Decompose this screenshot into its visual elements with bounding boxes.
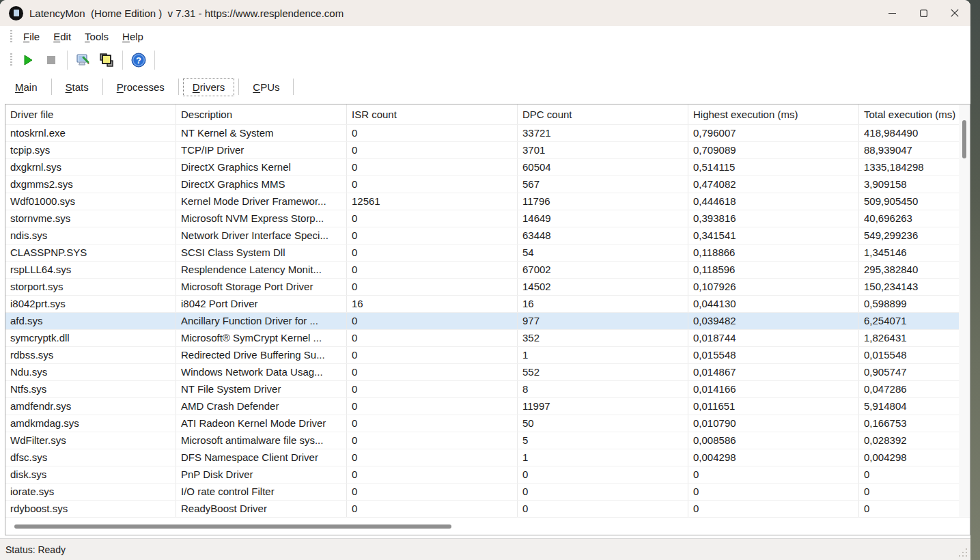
table-cell: 150,234143 bbox=[859, 279, 970, 295]
menu-edit[interactable]: Edit bbox=[46, 29, 78, 44]
stop-icon bbox=[46, 55, 57, 66]
table-cell: Microsoft® SymCrypt Kernel ... bbox=[176, 330, 347, 346]
table-row[interactable]: dxgkrnl.sysDirectX Graphics Kernel060504… bbox=[5, 159, 970, 176]
table-row[interactable]: Ndu.sysWindows Network Data Usag...05520… bbox=[5, 364, 970, 381]
table-cell: 0 bbox=[347, 484, 518, 500]
column-header-dpc-count[interactable]: DPC count bbox=[518, 104, 688, 124]
table-row[interactable]: iorate.sysI/O rate control Filter0000 bbox=[5, 484, 970, 501]
table-row[interactable]: rspLLL64.sysResplendence Latency Monit..… bbox=[5, 262, 970, 279]
table-cell: 0,014166 bbox=[688, 381, 859, 397]
table-row[interactable]: WdFilter.sysMicrosoft antimalware file s… bbox=[5, 432, 970, 449]
column-header-highest-execution-ms[interactable]: Highest execution (ms) bbox=[688, 104, 859, 124]
statusbar: Status: Ready bbox=[0, 538, 970, 560]
table-row[interactable]: rdyboost.sysReadyBoost Driver0000 bbox=[5, 501, 970, 518]
close-button[interactable] bbox=[939, 0, 970, 26]
table-cell: 0 bbox=[859, 501, 970, 517]
table-cell: 0 bbox=[347, 262, 518, 278]
vertical-scrollbar-thumb[interactable] bbox=[962, 120, 966, 158]
minimize-button[interactable] bbox=[876, 0, 908, 26]
tab-stats[interactable]: Stats bbox=[56, 78, 98, 96]
menubar-gripper[interactable] bbox=[10, 30, 12, 44]
window-title: LatencyMon (Home Edition ) v 7.31 - http… bbox=[29, 8, 344, 19]
table-row[interactable]: Ntfs.sysNT File System Driver080,0141660… bbox=[5, 381, 970, 398]
table-cell: 0,474082 bbox=[688, 176, 859, 193]
table-cell: 14502 bbox=[518, 279, 688, 295]
table-cell: 0,709089 bbox=[688, 142, 859, 158]
table-row[interactable]: storport.sysMicrosoft Storage Port Drive… bbox=[5, 279, 970, 296]
table-cell: 63448 bbox=[518, 227, 688, 244]
table-cell: 0 bbox=[347, 466, 518, 483]
table-row[interactable]: disk.sysPnP Disk Driver0000 bbox=[5, 466, 970, 484]
table-cell: 11997 bbox=[518, 398, 688, 415]
stop-monitor-button[interactable] bbox=[40, 50, 63, 70]
resize-grip-icon[interactable] bbox=[957, 547, 967, 557]
maximize-button[interactable] bbox=[908, 0, 939, 26]
table-row[interactable]: dxgmms2.sysDirectX Graphics MMS05670,474… bbox=[5, 176, 970, 193]
table-row[interactable]: dfsc.sysDFS Namespace Client Driver010,0… bbox=[5, 449, 970, 466]
menu-help[interactable]: Help bbox=[115, 29, 150, 44]
horizontal-scrollbar[interactable] bbox=[5, 518, 959, 535]
table-cell: 50 bbox=[518, 415, 688, 432]
svg-text:?: ? bbox=[136, 55, 141, 66]
table-row[interactable]: amdfendr.sysAMD Crash Defender0119970,01… bbox=[5, 398, 970, 415]
table-cell: afd.sys bbox=[5, 313, 176, 329]
table-cell: Ancillary Function Driver for ... bbox=[176, 313, 347, 329]
table-cell: 0,118866 bbox=[688, 244, 859, 261]
start-monitor-button[interactable] bbox=[16, 50, 40, 70]
table-row[interactable]: CLASSPNP.SYSSCSI Class System Dll0540,11… bbox=[5, 244, 970, 262]
table-cell: 0 bbox=[347, 313, 518, 329]
table-cell: 0,905747 bbox=[859, 364, 970, 380]
table-cell: PnP Disk Driver bbox=[176, 466, 347, 483]
column-header-driver-file[interactable]: Driver file bbox=[5, 104, 176, 124]
table-cell: 352 bbox=[518, 330, 688, 346]
table-cell: 0 bbox=[347, 330, 518, 346]
copy-report-button[interactable] bbox=[95, 50, 118, 70]
table-row[interactable]: ndis.sysNetwork Driver Interface Speci..… bbox=[5, 227, 970, 244]
table-cell: Kernel Mode Driver Framewor... bbox=[176, 193, 347, 210]
column-header-isr-count[interactable]: ISR count bbox=[347, 104, 518, 124]
table-cell: 552 bbox=[518, 364, 688, 380]
table-cell: DirectX Graphics Kernel bbox=[176, 159, 347, 176]
table-cell: ATI Radeon Kernel Mode Driver bbox=[176, 415, 347, 432]
table-cell: ndis.sys bbox=[5, 227, 176, 244]
tab-separator bbox=[238, 79, 239, 95]
table-row[interactable]: amdkmdag.sysATI Radeon Kernel Mode Drive… bbox=[5, 415, 970, 432]
toolbar-gripper[interactable] bbox=[10, 53, 12, 67]
app-window: LatencyMon (Home Edition ) v 7.31 - http… bbox=[0, 0, 970, 560]
table-cell: 0 bbox=[347, 125, 518, 141]
table-row[interactable]: tcpip.sysTCP/IP Driver037010,70908988,93… bbox=[5, 142, 970, 159]
table-cell: 0 bbox=[347, 176, 518, 193]
table-row[interactable]: rdbss.sysRedirected Drive Buffering Su..… bbox=[5, 347, 970, 364]
table-cell: 0,008586 bbox=[688, 432, 859, 449]
menu-tools[interactable]: Tools bbox=[78, 29, 115, 44]
menubar-items: FileEditToolsHelp bbox=[16, 29, 150, 44]
vertical-scrollbar[interactable] bbox=[959, 105, 970, 517]
table-cell: TCP/IP Driver bbox=[176, 142, 347, 158]
table-cell: 5,914804 bbox=[859, 398, 970, 415]
horizontal-scrollbar-thumb[interactable] bbox=[14, 524, 451, 529]
table-cell: symcryptk.dll bbox=[5, 330, 176, 346]
help-button[interactable]: ? bbox=[127, 50, 150, 70]
table-row[interactable]: stornvme.sysMicrosoft NVM Express Storp.… bbox=[5, 210, 970, 227]
menu-file[interactable]: File bbox=[16, 29, 46, 44]
table-cell: 0 bbox=[347, 415, 518, 432]
options-button[interactable] bbox=[72, 50, 95, 70]
table-cell: 0,341541 bbox=[688, 227, 859, 244]
tab-drivers[interactable]: Drivers bbox=[183, 78, 235, 96]
tab-processes[interactable]: Processes bbox=[107, 78, 174, 96]
table-cell: 0 bbox=[347, 279, 518, 295]
close-icon bbox=[951, 9, 959, 17]
tab-cpus[interactable]: CPUs bbox=[243, 78, 289, 96]
table-row[interactable]: ntoskrnl.exeNT Kernel & System0337210,79… bbox=[5, 125, 970, 142]
column-header-total-execution-ms[interactable]: Total execution (ms) bbox=[859, 104, 970, 124]
tab-main[interactable]: Main bbox=[5, 78, 47, 96]
table-cell: 0,444618 bbox=[688, 193, 859, 210]
table-row[interactable]: afd.sysAncillary Function Driver for ...… bbox=[5, 313, 970, 330]
column-header-description[interactable]: Description bbox=[176, 104, 347, 124]
table-row[interactable]: i8042prt.sysi8042 Port Driver16160,04413… bbox=[5, 296, 970, 313]
table-cell: 0 bbox=[347, 432, 518, 449]
table-row[interactable]: Wdf01000.sysKernel Mode Driver Framewor.… bbox=[5, 193, 970, 210]
table-row[interactable]: symcryptk.dllMicrosoft® SymCrypt Kernel … bbox=[5, 330, 970, 347]
table-cell: tcpip.sys bbox=[5, 142, 176, 158]
table-cell: 0,018744 bbox=[688, 330, 859, 346]
